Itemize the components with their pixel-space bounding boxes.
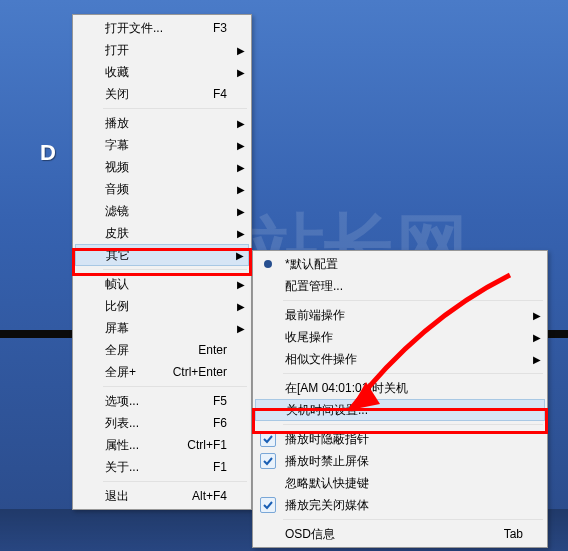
checked-icon [260, 453, 276, 469]
menu-item-label: 收藏 [101, 64, 235, 81]
shortcut-label: Ctrl+Enter [173, 365, 235, 379]
menu-item-playlist[interactable]: 列表... F6 [75, 412, 249, 434]
desktop-window-label: D [40, 140, 56, 166]
menu-item-label: 列表... [101, 415, 213, 432]
shortcut-label: Ctrl+F1 [187, 438, 235, 452]
menu-item-label: 皮肤 [101, 225, 235, 242]
menu-item-label: 比例 [101, 298, 235, 315]
menu-item-label: 配置管理... [281, 278, 531, 295]
submenu-arrow-icon: ▶ [235, 206, 247, 217]
menu-item-subtitle[interactable]: 字幕 ▶ [75, 134, 249, 156]
radio-selected-icon [265, 261, 271, 267]
shortcut-label: F4 [213, 87, 235, 101]
context-menu-main: 打开文件... F3 打开 ▶ 收藏 ▶ 关闭 F4 播放 ▶ 字幕 ▶ 视频 … [72, 14, 252, 510]
menu-item-ignore-shortcuts[interactable]: 忽略默认快捷键 [255, 472, 545, 494]
menu-item-label: 关于... [101, 459, 213, 476]
checked-icon [260, 497, 276, 513]
menu-item-label: 播放时禁止屏保 [281, 453, 531, 470]
menu-separator [283, 424, 543, 425]
menu-item-fps[interactable]: 帧认 ▶ [75, 273, 249, 295]
menu-item-label: 属性... [101, 437, 187, 454]
submenu-arrow-icon: ▶ [235, 162, 247, 173]
menu-separator [103, 108, 247, 109]
menu-item-label: 在[AM 04:01:01]时关机 [281, 380, 531, 397]
menu-item-open-file[interactable]: 打开文件... F3 [75, 17, 249, 39]
menu-separator [283, 300, 543, 301]
menu-item-label: 全屏+ [101, 364, 173, 381]
menu-item-about[interactable]: 关于... F1 [75, 456, 249, 478]
menu-item-audio[interactable]: 音频 ▶ [75, 178, 249, 200]
menu-item-osd-info[interactable]: OSD信息 Tab [255, 523, 545, 545]
menu-item-label: 视频 [101, 159, 235, 176]
submenu-arrow-icon: ▶ [235, 228, 247, 239]
menu-item-properties[interactable]: 属性... Ctrl+F1 [75, 434, 249, 456]
submenu-arrow-icon: ▶ [235, 184, 247, 195]
menu-item-screen[interactable]: 屏幕 ▶ [75, 317, 249, 339]
shortcut-label: F6 [213, 416, 235, 430]
menu-item-label: 播放 [101, 115, 235, 132]
menu-item-label: OSD信息 [281, 526, 504, 543]
menu-item-fullscreen[interactable]: 全屏 Enter [75, 339, 249, 361]
menu-item-close[interactable]: 关闭 F4 [75, 83, 249, 105]
menu-separator [103, 481, 247, 482]
menu-item-wrapup[interactable]: 收尾操作 ▶ [255, 326, 545, 348]
menu-item-options[interactable]: 选项... F5 [75, 390, 249, 412]
shortcut-label: F5 [213, 394, 235, 408]
shortcut-label: Tab [504, 527, 531, 541]
menu-item-label: 音频 [101, 181, 235, 198]
shortcut-label: F1 [213, 460, 235, 474]
submenu-arrow-icon: ▶ [235, 118, 247, 129]
menu-item-close-on-finish[interactable]: 播放完关闭媒体 [255, 494, 545, 516]
menu-item-play[interactable]: 播放 ▶ [75, 112, 249, 134]
menu-item-no-screensaver[interactable]: 播放时禁止屏保 [255, 450, 545, 472]
menu-item-favorites[interactable]: 收藏 ▶ [75, 61, 249, 83]
menu-item-label: 相似文件操作 [281, 351, 531, 368]
submenu-arrow-icon: ▶ [531, 354, 543, 365]
submenu-arrow-icon: ▶ [531, 310, 543, 321]
menu-item-exit[interactable]: 退出 Alt+F4 [75, 485, 249, 507]
menu-item-label: 播放时隐蔽指针 [281, 431, 531, 448]
menu-item-filter[interactable]: 滤镜 ▶ [75, 200, 249, 222]
submenu-arrow-icon: ▶ [531, 332, 543, 343]
menu-item-label: 屏幕 [101, 320, 235, 337]
menu-item-shutdown-at[interactable]: 在[AM 04:01:01]时关机 [255, 377, 545, 399]
menu-item-label: 最前端操作 [281, 307, 531, 324]
menu-item-label: 选项... [101, 393, 213, 410]
menu-item-shutdown-time-settings[interactable]: 关机时间设置... [255, 399, 545, 421]
menu-item-label: 退出 [101, 488, 192, 505]
menu-separator [283, 373, 543, 374]
menu-item-ratio[interactable]: 比例 ▶ [75, 295, 249, 317]
menu-item-label: 其它 [102, 247, 234, 264]
menu-item-skin[interactable]: 皮肤 ▶ [75, 222, 249, 244]
menu-item-fullscreen-plus[interactable]: 全屏+ Ctrl+Enter [75, 361, 249, 383]
submenu-arrow-icon: ▶ [235, 67, 247, 78]
menu-item-label: 滤镜 [101, 203, 235, 220]
submenu-arrow-icon: ▶ [235, 279, 247, 290]
menu-separator [283, 519, 543, 520]
shortcut-label: Enter [198, 343, 235, 357]
menu-item-similar-files[interactable]: 相似文件操作 ▶ [255, 348, 545, 370]
menu-item-hide-pointer[interactable]: 播放时隐蔽指针 [255, 428, 545, 450]
shortcut-label: Alt+F4 [192, 489, 235, 503]
menu-item-label: 收尾操作 [281, 329, 531, 346]
menu-separator [103, 386, 247, 387]
checked-icon [260, 431, 276, 447]
submenu-arrow-icon: ▶ [234, 250, 246, 261]
menu-item-topmost[interactable]: 最前端操作 ▶ [255, 304, 545, 326]
submenu-arrow-icon: ▶ [235, 301, 247, 312]
menu-item-other[interactable]: 其它 ▶ [75, 244, 249, 266]
menu-item-label: 关闭 [101, 86, 213, 103]
shortcut-label: F3 [213, 21, 235, 35]
submenu-arrow-icon: ▶ [235, 140, 247, 151]
menu-item-default-config[interactable]: *默认配置 [255, 253, 545, 275]
menu-item-label: 帧认 [101, 276, 235, 293]
menu-item-label: *默认配置 [281, 256, 531, 273]
menu-item-label: 播放完关闭媒体 [281, 497, 531, 514]
submenu-arrow-icon: ▶ [235, 45, 247, 56]
menu-item-open[interactable]: 打开 ▶ [75, 39, 249, 61]
menu-item-config-manager[interactable]: 配置管理... [255, 275, 545, 297]
menu-item-label: 打开文件... [101, 20, 213, 37]
menu-item-video[interactable]: 视频 ▶ [75, 156, 249, 178]
menu-item-label: 忽略默认快捷键 [281, 475, 531, 492]
menu-separator [103, 269, 247, 270]
